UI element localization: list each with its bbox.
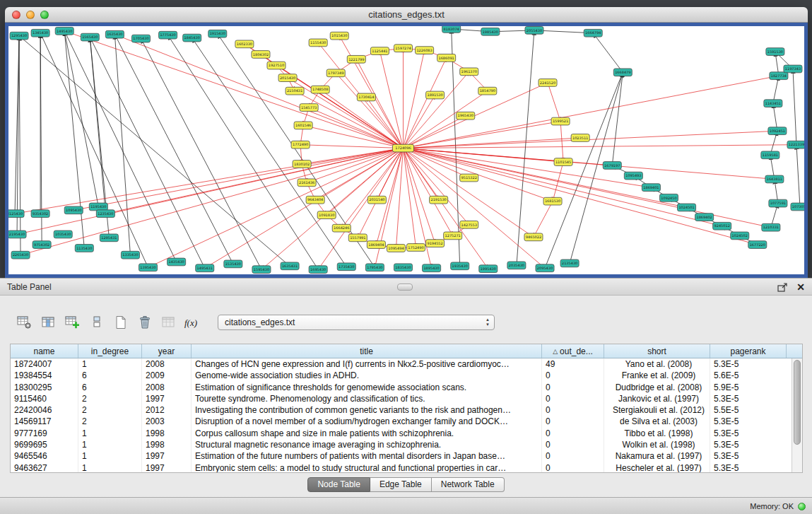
graph-node[interactable]: 2035430 — [507, 262, 526, 269]
graph-node[interactable]: 1772490 — [291, 141, 310, 148]
graph-node[interactable]: 1092451 — [768, 127, 787, 135]
graph-node[interactable]: 1730414 — [357, 93, 375, 101]
graph-node[interactable]: 9194552 — [426, 240, 445, 247]
graph-node[interactable]: 1752490 — [407, 244, 425, 252]
graph-node[interactable]: 1775430 — [159, 31, 177, 39]
graph-node[interactable]: 1668479 — [613, 69, 632, 76]
graph-node[interactable]: 1095430 — [64, 206, 83, 214]
graph-node[interactable]: 2055430 — [525, 26, 543, 34]
graph-node[interactable]: 1797349 — [326, 69, 345, 77]
table-scrollbar[interactable] — [792, 358, 802, 472]
graph-node[interactable]: 1830102 — [293, 160, 311, 168]
graph-node[interactable]: 1095494 — [387, 245, 405, 252]
graph-node[interactable]: 1679197 — [603, 162, 621, 170]
graph-node[interactable]: 9354302 — [31, 210, 49, 218]
table-row[interactable]: 1830029562008Estimation of significance … — [11, 382, 802, 393]
close-panel-icon[interactable]: ✕ — [796, 279, 805, 296]
panel-resize-grip[interactable] — [397, 284, 413, 291]
graph-node[interactable]: 1221339 — [787, 141, 804, 148]
graph-node[interactable]: 1695430 — [309, 266, 327, 274]
graph-node[interactable]: 2195430 — [8, 230, 26, 238]
table-row[interactable]: 977716911998Corpus callosum shape and si… — [11, 428, 802, 439]
graph-node[interactable]: 1895430 — [423, 264, 441, 272]
graph-node[interactable]: 1677220 — [748, 241, 767, 249]
window-titlebar[interactable]: citations_edges.txt — [5, 7, 808, 23]
zoom-window-button[interactable] — [40, 11, 49, 19]
graph-node[interactable]: 1664246 — [332, 224, 351, 232]
table-row[interactable]: 969969511998Structural magnetic resonanc… — [11, 439, 802, 450]
graph-node[interactable]: 1827734 — [770, 72, 788, 80]
graph-node[interactable]: 1135430 — [75, 245, 93, 252]
graph-node[interactable]: 2031540 — [367, 196, 386, 204]
table-row[interactable]: 911546021997Tourette syndrome. Phenomeno… — [11, 393, 802, 404]
graph-node[interactable]: 1869402 — [695, 214, 714, 221]
graph-node[interactable]: 2135430 — [560, 259, 579, 267]
graph-node[interactable]: 1854790 — [478, 87, 497, 95]
graph-node[interactable]: 9643404 — [306, 196, 324, 204]
graph-node[interactable]: 2015430 — [278, 74, 297, 82]
network-canvas[interactable]: 1724096159727412260831686091196137018547… — [8, 26, 804, 274]
graph-node[interactable]: 1595430 — [252, 266, 271, 274]
float-panel-icon[interactable] — [777, 283, 788, 292]
graph-node[interactable]: 1965430 — [457, 112, 475, 119]
graph-node[interactable]: 1210331 — [762, 223, 780, 231]
graph-node[interactable]: 1635430 — [105, 30, 124, 38]
graph-node[interactable]: 1335430 — [121, 251, 139, 259]
graph-node[interactable]: 1535430 — [224, 260, 242, 268]
import-table-icon[interactable] — [160, 314, 178, 331]
column-header-in_degree[interactable]: in_degree — [78, 344, 142, 358]
graph-node[interactable]: 1195430 — [89, 203, 107, 211]
graph-node[interactable]: 1681530 — [543, 197, 562, 205]
graph-node[interactable]: 2125430 — [8, 210, 24, 218]
graph-node[interactable]: 1091830 — [317, 211, 336, 219]
column-header-title[interactable]: title — [192, 344, 542, 358]
graph-node[interactable]: 1985430 — [481, 28, 500, 35]
graph-node[interactable]: 1686091 — [437, 54, 456, 62]
graph-node[interactable]: 1495431 — [196, 264, 214, 272]
graph-node[interactable]: 1221799 — [347, 55, 365, 63]
minimize-window-button[interactable] — [26, 11, 35, 19]
column-header-out_de[interactable]: △out_de... — [542, 344, 604, 358]
graph-node[interactable]: 1295431 — [100, 234, 118, 242]
graph-node[interactable]: 1024502 — [731, 232, 749, 240]
graph-node[interactable]: 1197343 — [784, 65, 802, 73]
graph-node[interactable]: 1915430 — [208, 30, 227, 37]
table-row[interactable]: 946554611997Estimation of the future num… — [11, 450, 802, 462]
graph-node[interactable]: 1835430 — [394, 264, 412, 271]
table-row[interactable]: 2242004622012Investigating the contribut… — [11, 404, 802, 416]
graph-node[interactable]: 1643811 — [765, 175, 784, 183]
graph-node[interactable]: 1735430 — [337, 263, 355, 271]
graph-node[interactable]: 1495430 — [55, 27, 73, 35]
graph-node[interactable]: 1601546 — [294, 122, 312, 129]
graph-node[interactable]: 1226083 — [416, 47, 434, 54]
column-header-name[interactable]: name — [11, 344, 78, 358]
table-mode-icon[interactable] — [16, 314, 34, 331]
graph-node[interactable]: 1035430 — [54, 230, 72, 238]
graph-node[interactable]: 1705430 — [131, 35, 150, 42]
graph-node[interactable]: 1295430 — [10, 32, 28, 40]
graph-node[interactable]: 2150431 — [286, 87, 304, 95]
function-builder-icon[interactable]: f(x) — [184, 314, 202, 331]
graph-node[interactable]: 1092450 — [659, 194, 678, 201]
show-columns-icon[interactable] — [40, 314, 58, 331]
graph-node[interactable]: 1961370 — [460, 68, 478, 76]
graph-node[interactable]: 1869404 — [367, 241, 385, 249]
graph-node[interactable]: 1635431 — [281, 262, 299, 270]
delete-table-icon[interactable] — [136, 314, 154, 331]
graph-node[interactable]: 9515322 — [460, 174, 478, 182]
graph-node[interactable]: 1845430 — [183, 34, 201, 42]
graph-node[interactable]: 1395430 — [139, 264, 157, 271]
graph-node[interactable]: 1869401 — [642, 184, 660, 192]
graph-node[interactable]: 8183074 — [442, 26, 461, 33]
graph-node[interactable]: 1015430 — [330, 32, 348, 40]
graph-node[interactable]: 1935430 — [451, 262, 469, 270]
citation-network-graph[interactable]: 1724096159727412260831686091196137018547… — [8, 26, 804, 274]
column-header-year[interactable]: year — [142, 344, 192, 358]
scrollbar-thumb[interactable] — [794, 360, 801, 445]
graph-node[interactable]: 1101545 — [554, 158, 572, 166]
graph-node[interactable]: 1597274 — [394, 45, 412, 52]
graph-node[interactable]: 2265430 — [11, 251, 30, 259]
graph-node[interactable]: 1435430 — [167, 258, 186, 266]
graph-node[interactable]: 2095430 — [536, 264, 554, 272]
graph-node[interactable]: 2161436 — [298, 179, 316, 187]
